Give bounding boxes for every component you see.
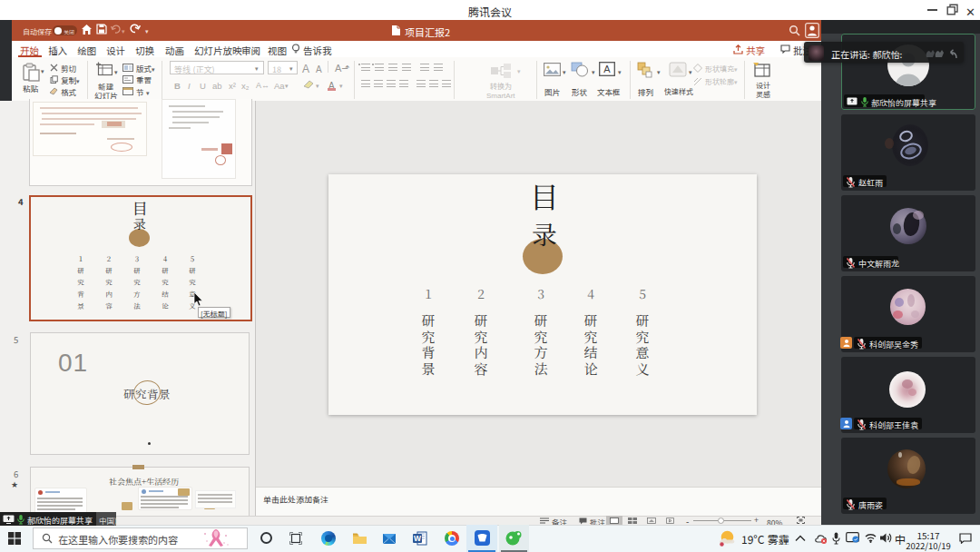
svg-text:A: A: [603, 64, 611, 74]
svg-text:W: W: [414, 534, 422, 543]
